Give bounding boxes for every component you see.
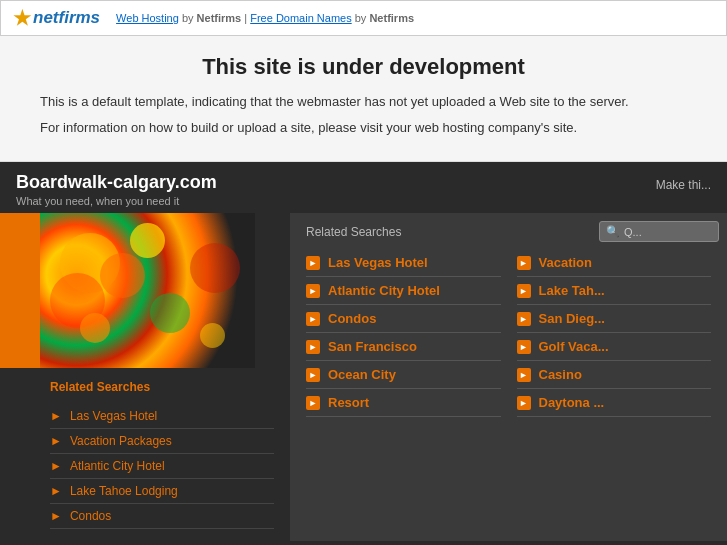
main-link-icon-10: ► [517, 340, 531, 354]
bokeh-7 [190, 243, 240, 293]
logo-firms-text: firms [59, 8, 101, 27]
sidebar-arrow-icon-2: ► [50, 434, 62, 448]
main-item-golf-vaca[interactable]: ► Golf Vaca... [517, 333, 712, 361]
sidebar-item-lake-tahoe[interactable]: ► Lake Tahoe Lodging [50, 479, 274, 504]
main-link-text-4: San Francisco [328, 339, 417, 354]
bokeh-3 [130, 223, 165, 258]
search-input[interactable]: Q... [624, 226, 712, 238]
main-item-ocean-city[interactable]: ► Ocean City [306, 361, 501, 389]
bokeh-5 [150, 293, 190, 333]
main-item-san-francisco[interactable]: ► San Francisco [306, 333, 501, 361]
sidebar-arrow-icon-5: ► [50, 509, 62, 523]
main-link-icon-1: ► [306, 256, 320, 270]
main-link-icon-6: ► [306, 396, 320, 410]
main-link-text-11: Casino [539, 367, 582, 382]
netfirms-ref2: Netfirms [369, 12, 414, 24]
main-link-icon-3: ► [306, 312, 320, 326]
main-link-icon-4: ► [306, 340, 320, 354]
site-title: Boardwalk-calgary.com [16, 172, 217, 193]
main-link-text-3: Condos [328, 311, 376, 326]
main-link-icon-11: ► [517, 368, 531, 382]
logo-text: netfirms [33, 8, 100, 28]
main-link-text-9: San Dieg... [539, 311, 605, 326]
main-link-text-1: Las Vegas Hotel [328, 255, 428, 270]
free-domain-link[interactable]: Free Domain Names [250, 12, 351, 24]
logo-net: net [33, 8, 59, 27]
bokeh-2 [100, 253, 145, 298]
by2-text: by [352, 12, 370, 24]
content-area: Related Searches ► Las Vegas Hotel ► Vac… [0, 213, 727, 541]
main-link-icon-5: ► [306, 368, 320, 382]
main-link-text-2: Atlantic City Hotel [328, 283, 440, 298]
search-icon: 🔍 [606, 225, 620, 238]
under-dev-p2: For information on how to build or uploa… [40, 118, 687, 138]
top-banner: ★ netfirms Web Hosting by Netfirms | Fre… [0, 0, 727, 36]
main-item-atlantic-city[interactable]: ► Atlantic City Hotel [306, 277, 501, 305]
main-link-icon-7: ► [517, 256, 531, 270]
main-panel: 🔍 Q... Related Searches ► Las Vegas Hote… [290, 213, 727, 541]
main-item-condos[interactable]: ► Condos [306, 305, 501, 333]
main-item-daytona[interactable]: ► Daytona ... [517, 389, 712, 417]
make-this-text: Make thi... [656, 178, 711, 192]
sidebar-arrow-icon-3: ► [50, 459, 62, 473]
sidebar-item-atlantic-city[interactable]: ► Atlantic City Hotel [50, 454, 274, 479]
sidebar-related-title: Related Searches [50, 380, 274, 394]
bokeh-8 [200, 323, 225, 348]
netfirms-logo: ★ netfirms [13, 6, 100, 30]
main-link-text-12: Daytona ... [539, 395, 605, 410]
sidebar-arrow-icon-4: ► [50, 484, 62, 498]
logo-star-icon: ★ [13, 6, 31, 30]
search-box[interactable]: 🔍 Q... [599, 221, 719, 242]
under-dev-section: This site is under development This is a… [0, 36, 727, 162]
sidebar-link-label-4: Lake Tahoe Lodging [70, 484, 178, 498]
sidebar-link-label-1: Las Vegas Hotel [70, 409, 157, 423]
main-item-casino[interactable]: ► Casino [517, 361, 712, 389]
main-link-text-10: Golf Vaca... [539, 339, 609, 354]
sidebar-link-label-5: Condos [70, 509, 111, 523]
main-link-icon-12: ► [517, 396, 531, 410]
main-item-lake-tahoe[interactable]: ► Lake Tah... [517, 277, 712, 305]
main-link-text-5: Ocean City [328, 367, 396, 382]
sidebar-arrow-icon-1: ► [50, 409, 62, 423]
sidebar-related: Related Searches ► Las Vegas Hotel ► Vac… [0, 368, 290, 541]
main-link-icon-9: ► [517, 312, 531, 326]
main-item-san-diego[interactable]: ► San Dieg... [517, 305, 712, 333]
main-panel-col2: ► Vacation ► Lake Tah... ► San Dieg... ►… [517, 249, 712, 417]
left-sidebar: Related Searches ► Las Vegas Hotel ► Vac… [0, 213, 290, 541]
under-dev-heading: This site is under development [40, 54, 687, 80]
main-link-text-6: Resort [328, 395, 369, 410]
main-item-resort[interactable]: ► Resort [306, 389, 501, 417]
site-area: Boardwalk-calgary.com What you need, whe… [0, 162, 727, 545]
web-hosting-link[interactable]: Web Hosting [116, 12, 179, 24]
main-link-text-7: Vacation [539, 255, 592, 270]
orange-bar [0, 213, 40, 368]
bokeh-6 [80, 313, 110, 343]
main-link-text-8: Lake Tah... [539, 283, 605, 298]
main-panel-grid: ► Las Vegas Hotel ► Atlantic City Hotel … [306, 249, 711, 417]
netfirms-ref1: Netfirms [197, 12, 242, 24]
site-tagline: What you need, when you need it [16, 195, 217, 207]
main-panel-col1: ► Las Vegas Hotel ► Atlantic City Hotel … [306, 249, 501, 417]
sidebar-item-condos[interactable]: ► Condos [50, 504, 274, 529]
sidebar-link-label-2: Vacation Packages [70, 434, 172, 448]
banner-links: Web Hosting by Netfirms | Free Domain Na… [116, 12, 414, 24]
sidebar-item-las-vegas[interactable]: ► Las Vegas Hotel [50, 404, 274, 429]
separator-text: | [241, 12, 250, 24]
by1-text: by [179, 12, 197, 24]
under-dev-p1: This is a default template, indicating t… [40, 92, 687, 112]
site-header: Boardwalk-calgary.com What you need, whe… [0, 162, 727, 213]
sidebar-item-vacation[interactable]: ► Vacation Packages [50, 429, 274, 454]
main-item-las-vegas[interactable]: ► Las Vegas Hotel [306, 249, 501, 277]
hero-image [0, 213, 255, 368]
main-item-vacation[interactable]: ► Vacation [517, 249, 712, 277]
main-link-icon-8: ► [517, 284, 531, 298]
main-link-icon-2: ► [306, 284, 320, 298]
sidebar-link-label-3: Atlantic City Hotel [70, 459, 165, 473]
site-branding: Boardwalk-calgary.com What you need, whe… [16, 172, 217, 207]
